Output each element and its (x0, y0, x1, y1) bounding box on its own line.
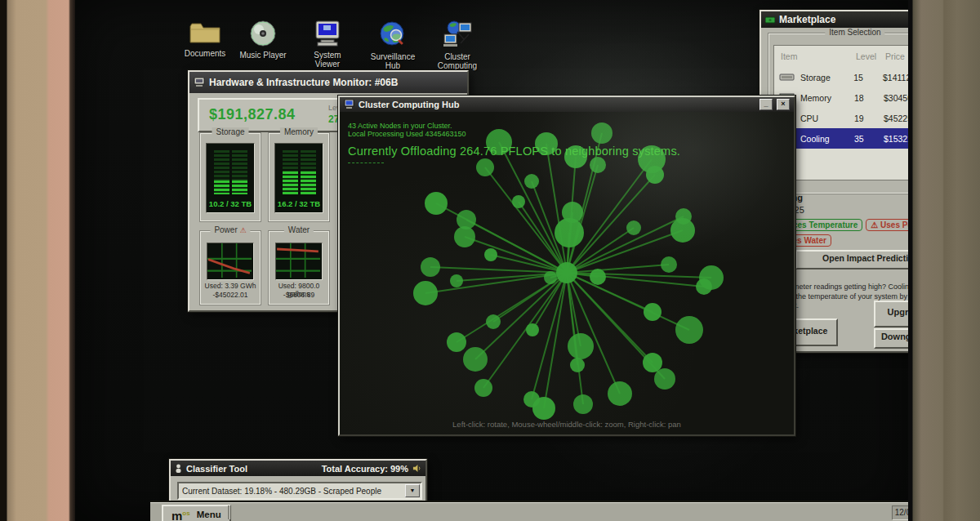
item-level: 15 (853, 73, 883, 82)
close-icon[interactable]: × (777, 99, 790, 110)
money-icon (765, 16, 775, 24)
dataset-value: Current Dataset: 19.18% - 480.29GB - Scr… (179, 487, 405, 496)
classifier-icon (175, 464, 182, 474)
menu-label: Menu (197, 510, 221, 519)
taskbar: mos Menu 12/02/1999, 22:42:50 (150, 502, 980, 521)
memory-label: Memory (280, 127, 318, 136)
computer-icon (311, 20, 344, 47)
network-icon (441, 20, 474, 49)
os-logo: mos (172, 507, 190, 521)
item-name: Cooling (800, 134, 830, 144)
hardware-monitor-titlebar[interactable]: Hardware & Infrastructure Monitor: #06B (189, 72, 467, 93)
icon-label: Documents (174, 49, 236, 58)
storage-label: Storage (212, 127, 248, 136)
storage-meter: 10.2 / 32 TB (206, 143, 255, 213)
taskbar-divider (228, 505, 230, 519)
memory-meter: 16.2 / 32 TB (274, 143, 323, 213)
speaker-icon[interactable] (412, 464, 421, 473)
active-nodes-text: 43 Active Nodes in your Cluster. (348, 122, 794, 130)
controls-hint: Left-click: rotate, Mouse-wheel/middle-c… (340, 420, 794, 429)
water-panel: Water Used: 9800.0 gallons -$6806.89 (268, 230, 330, 305)
power-cost: -$45022.01 (200, 291, 261, 299)
item-level: 18 (854, 93, 884, 103)
monitor-bezel-left (0, 0, 75, 521)
power-used: Used: 3.39 GWh (200, 282, 261, 290)
cluster-hub-window: Cluster Computing Hub _ × 43 Active Node… (338, 96, 795, 436)
cd-icon (248, 20, 278, 47)
power-warning-icon: ⚠ (240, 226, 247, 234)
item-level: 35 (854, 134, 884, 144)
item-name: Storage (800, 73, 831, 82)
cluster-graph[interactable]: 43 Active Nodes in your Cluster. Local P… (340, 112, 794, 434)
desktop: DocumentsMusic PlayerSystemViewerSurveil… (75, 0, 908, 521)
table-row-cooling[interactable]: Cooling35$153225 (774, 128, 918, 149)
icon-label: SurveillanceHub (362, 52, 424, 70)
water-label: Water (284, 225, 314, 234)
cluster-graph-canvas[interactable] (340, 112, 794, 434)
desktop-icon-surveillance-hub[interactable]: SurveillanceHub (362, 20, 424, 70)
monitor-bezel-right (908, 0, 980, 521)
item-level: 19 (854, 114, 884, 123)
dropdown-arrow-icon[interactable]: ▼ (405, 484, 420, 497)
storage-reading: 10.2 / 32 TB (207, 199, 254, 208)
item-name: Memory (800, 93, 831, 103)
item-name: CPU (800, 114, 818, 123)
monitor-photo: DocumentsMusic PlayerSystemViewerSurveil… (0, 0, 980, 521)
minimize-icon[interactable]: _ (760, 99, 773, 110)
money-value: $191,827.84 (209, 106, 296, 123)
globe-icon (377, 20, 408, 49)
desktop-icon-music-player[interactable]: Music Player (232, 20, 294, 60)
window-title: Cluster Computing Hub (359, 100, 459, 109)
computer-icon (194, 78, 205, 87)
water-cost: -$6806.89 (269, 291, 329, 299)
icon-label: Music Player (232, 51, 294, 60)
storage-panel: Storage 10.2 / 32 TB (199, 132, 261, 222)
window-title: Classifier Tool (186, 464, 247, 474)
icon-label: SystemViewer (296, 51, 359, 69)
menu-button[interactable]: mos Menu (162, 505, 231, 521)
table-row-cpu[interactable]: CPU19$45225 (774, 108, 918, 128)
computer-icon (344, 100, 354, 109)
desktop-icon-documents[interactable]: Documents (174, 20, 236, 58)
window-title: Hardware & Infrastructure Monitor: #06B (209, 77, 398, 88)
table-row-storage[interactable]: Storage15$14112.5 (774, 67, 918, 87)
item-selection-label: Item Selection (825, 28, 884, 37)
offloading-text: Currently Offloading 264.76 PFLOPS to ne… (348, 145, 794, 158)
desktop-icon-cluster-computing[interactable]: ClusterComputing (426, 20, 488, 70)
folder-icon (189, 20, 221, 46)
desktop-icon-system-viewer[interactable]: SystemViewer (296, 20, 359, 69)
memory-reading: 16.2 / 32 TB (275, 199, 323, 208)
table-row-memory[interactable]: Memory18$30450 (774, 87, 918, 108)
power-panel: Power ⚠ Used: 3.39 GWh -$45022.01 (199, 230, 261, 305)
icon-label: ClusterComputing (426, 52, 488, 70)
dataset-dropdown[interactable]: Current Dataset: 19.18% - 480.29GB - Scr… (177, 482, 422, 500)
classifier-titlebar[interactable]: Classifier Tool Total Accuracy: 99% (171, 461, 425, 476)
storage-item-icon (779, 72, 795, 83)
water-graph (275, 243, 323, 280)
memory-panel: Memory 16.2 / 32 TB (268, 132, 330, 222)
power-label: Power (214, 225, 237, 234)
total-accuracy: Total Accuracy: 99% (322, 464, 408, 474)
table-header: ItemLevelPrice (774, 46, 918, 67)
window-title: Marketplace (779, 14, 835, 25)
divider (348, 163, 384, 163)
power-graph (207, 243, 254, 280)
cluster-hub-titlebar[interactable]: Cluster Computing Hub _ × (340, 97, 794, 112)
local-processing-text: Local Processing Used 4345463150 (348, 130, 794, 138)
